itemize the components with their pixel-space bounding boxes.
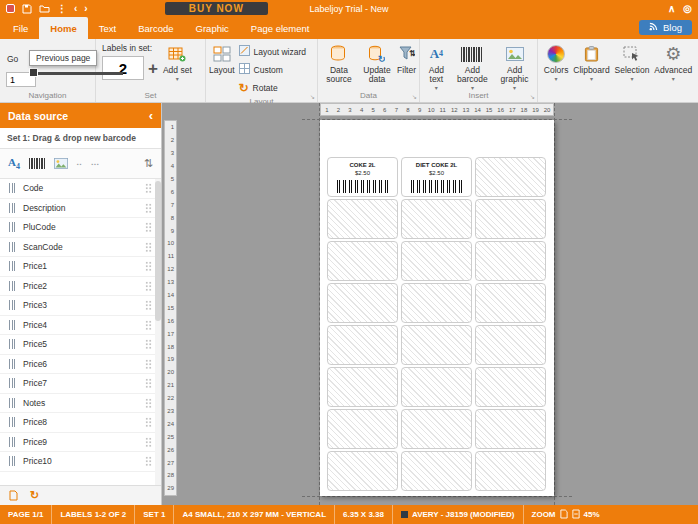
tab-file[interactable]: File [2,17,39,39]
scrollbar-thumb[interactable] [155,181,161,321]
tab-home[interactable]: Home [39,17,87,39]
save-icon[interactable] [22,4,32,14]
field-list-scrollbar[interactable] [155,179,161,485]
collapse-ribbon-icon[interactable]: ∧ [668,4,675,14]
empty-label-cell[interactable] [401,283,472,323]
tab-page-element[interactable]: Page element [240,17,321,39]
increase-labels-icon[interactable]: + [148,60,158,77]
empty-label-cell[interactable] [327,409,398,449]
clipboard-button[interactable]: Clipboard ▾ [572,41,610,82]
drag-handle-icon[interactable] [145,183,152,193]
advanced-button[interactable]: ⚙ Advanced ▾ [653,41,693,82]
insert-dialog-launcher-icon[interactable]: ↘ [530,93,535,100]
filter-button[interactable]: ⇅ Filter [396,41,417,76]
zoom-value[interactable]: 45% [584,510,600,519]
colors-button[interactable]: Colors ▾ [543,41,570,82]
field-row-plucode[interactable]: PluCode [0,218,161,238]
field-row-price1[interactable]: Price1 [0,257,161,277]
rotate-button[interactable]: ↻ Rotate [236,79,309,97]
empty-label-cell[interactable] [401,199,472,239]
field-row-price8[interactable]: Price8 [0,413,161,433]
drag-handle-icon[interactable] [145,398,152,408]
field-row-price9[interactable]: Price9 [0,433,161,453]
field-row-description[interactable]: Description [0,199,161,219]
menu-dots-icon[interactable]: ⋮ [57,4,67,14]
view-option-icon-a[interactable]: ▪▪ [77,161,83,167]
add-graphic-button[interactable]: Add graphic ▾ [494,41,535,91]
empty-label-cell[interactable] [475,409,546,449]
empty-label-cell[interactable] [401,241,472,281]
drag-handle-icon[interactable] [145,456,152,466]
add-barcode-field-icon[interactable] [29,158,45,169]
zoom-fit-page-icon[interactable] [560,509,568,521]
empty-label-cell[interactable] [475,451,546,491]
tab-barcode[interactable]: Barcode [127,17,184,39]
drag-handle-icon[interactable] [145,378,152,388]
drag-handle-icon[interactable] [145,300,152,310]
empty-label-cell[interactable] [475,157,546,197]
empty-label-cell[interactable] [327,367,398,407]
data-source-button[interactable]: Data source [320,41,358,85]
empty-label-cell[interactable] [475,199,546,239]
empty-label-cell[interactable] [327,199,398,239]
empty-label-cell[interactable] [401,367,472,407]
page-slider-handle[interactable] [29,68,38,77]
add-text-button[interactable]: A4 Add text ▾ [422,41,451,91]
add-text-field-icon[interactable]: A4 [8,156,20,171]
field-row-scancode[interactable]: ScanCode [0,238,161,258]
view-option-icon-b[interactable]: ▪▪▪ [92,161,100,167]
empty-label-cell[interactable] [475,283,546,323]
drag-handle-icon[interactable] [145,242,152,252]
field-row-price4[interactable]: Price4 [0,316,161,336]
buy-now-button[interactable]: BUY NOW [165,2,268,15]
field-row-price7[interactable]: Price7 [0,374,161,394]
forward-icon[interactable]: › [84,4,87,14]
field-row-code[interactable]: Code [0,179,161,199]
field-row-price10[interactable]: Price10 [0,452,161,472]
layout-button[interactable]: Layout [208,41,236,76]
empty-label-cell[interactable] [401,325,472,365]
help-icon[interactable]: ◎ [683,4,692,14]
back-icon[interactable]: ‹ [74,4,77,14]
design-canvas[interactable]: 1234567891011121314151617181920 12345678… [162,103,698,505]
drag-handle-icon[interactable] [145,359,152,369]
tab-text[interactable]: Text [88,17,127,39]
empty-label-cell[interactable] [401,451,472,491]
empty-label-cell[interactable] [475,241,546,281]
drag-handle-icon[interactable] [145,203,152,213]
empty-label-cell[interactable] [327,325,398,365]
add-set-button[interactable]: Add set ▾ [162,41,193,82]
drag-handle-icon[interactable] [145,281,152,291]
add-image-field-icon[interactable] [54,155,68,173]
empty-label-cell[interactable] [475,367,546,407]
drag-handle-icon[interactable] [145,222,152,232]
collapse-panel-icon[interactable]: ‹ [149,108,153,123]
label-coke-2l[interactable]: COKE 2L$2.50 [327,157,398,197]
zoom-fit-width-icon[interactable] [572,509,580,521]
empty-label-cell[interactable] [327,283,398,323]
drag-handle-icon[interactable] [145,339,152,349]
empty-label-cell[interactable] [401,409,472,449]
page-document-icon[interactable] [9,490,18,501]
field-row-price6[interactable]: Price6 [0,355,161,375]
label-diet-coke-2l[interactable]: DIET COKE 2L$2.50 [401,157,472,197]
selection-button[interactable]: Selection ▾ [613,41,650,82]
custom-layout-button[interactable]: Custom [236,61,309,78]
page[interactable]: COKE 2L$2.50DIET COKE 2L$2.50 [320,120,554,496]
field-row-notes[interactable]: Notes [0,394,161,414]
add-barcode-button[interactable]: Add barcode ▾ [451,41,494,91]
drag-handle-icon[interactable] [145,417,152,427]
tab-graphic[interactable]: Graphic [185,17,240,39]
page-slider[interactable] [31,72,123,75]
layout-wizard-button[interactable]: Layout wizard [236,43,309,60]
drag-handle-icon[interactable] [145,261,152,271]
data-dialog-launcher-icon[interactable]: ↘ [412,93,417,100]
open-icon[interactable] [39,4,50,13]
sort-fields-icon[interactable]: ⇅ [144,157,153,170]
blog-button[interactable]: Blog [639,20,692,35]
drag-handle-icon[interactable] [145,437,152,447]
layout-dialog-launcher-icon[interactable]: ↘ [310,93,315,100]
empty-label-cell[interactable] [475,325,546,365]
field-row-price5[interactable]: Price5 [0,335,161,355]
field-row-price3[interactable]: Price3 [0,296,161,316]
